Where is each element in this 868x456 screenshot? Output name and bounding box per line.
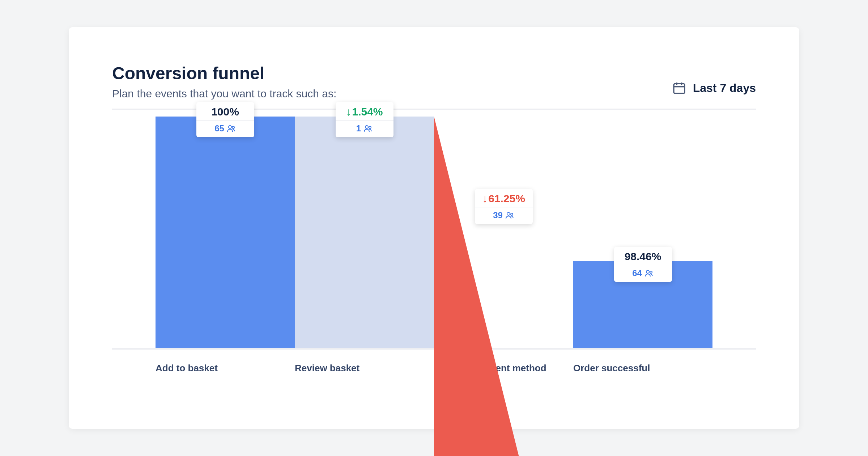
stage-users-count: 1	[356, 123, 361, 134]
stage-pct: 98.46%	[614, 247, 672, 265]
stage-users-count: 64	[632, 268, 642, 278]
stage-tooltip: 98.46%64	[614, 247, 672, 282]
stage-tooltip: ↓61.25%39	[475, 189, 533, 224]
arrow-down-icon: ↓	[346, 106, 351, 118]
arrow-down-icon: ↓	[482, 193, 488, 205]
titles: Conversion funnel Plan the events that y…	[112, 63, 336, 100]
stage-label: Add to basket	[156, 363, 295, 374]
stage-users-count: 39	[493, 210, 503, 220]
funnel-stage: ↓1.54%1	[295, 117, 434, 348]
stage-tooltip: ↓1.54%1	[336, 102, 393, 137]
users-icon	[227, 125, 236, 132]
stage-tooltip: 100%65	[196, 102, 254, 137]
svg-point-6	[365, 126, 368, 128]
stage-users-count: 65	[214, 123, 224, 134]
funnel-bar	[156, 117, 295, 348]
users-icon	[645, 270, 654, 277]
svg-marker-8	[434, 117, 573, 456]
svg-point-11	[646, 270, 649, 273]
stage-pct: ↓1.54%	[336, 102, 393, 120]
svg-point-5	[232, 126, 234, 128]
drop-slope	[434, 117, 573, 456]
svg-point-7	[369, 126, 371, 128]
calendar-icon	[672, 81, 686, 95]
svg-point-10	[511, 213, 513, 215]
funnel-chart: 100%65 ↓1.54%1 ↓61.25%39 98.46%64	[112, 117, 756, 348]
date-range-picker[interactable]: Last 7 days	[672, 81, 756, 95]
funnel-stage: 100%65	[156, 117, 295, 348]
users-icon	[506, 212, 514, 219]
funnel-stage: 98.46%64	[573, 117, 712, 348]
stage-users-row: 65	[196, 121, 254, 137]
svg-point-4	[229, 126, 231, 128]
stage-label: Order successful	[573, 363, 712, 374]
svg-rect-0	[674, 84, 685, 93]
funnel-bar	[295, 117, 434, 348]
stage-users-row: 1	[336, 121, 393, 137]
card-header: Conversion funnel Plan the events that y…	[112, 63, 756, 100]
svg-point-9	[507, 212, 510, 215]
conversion-funnel-card: Conversion funnel Plan the events that y…	[69, 27, 799, 429]
stage-pct-value: 100%	[211, 106, 239, 118]
stage-pct: 100%	[196, 102, 254, 120]
stage-label: Review basket	[295, 363, 434, 374]
svg-point-12	[650, 271, 652, 273]
stage-users-row: 64	[614, 265, 672, 282]
stage-pct: ↓61.25%	[475, 189, 533, 207]
card-title: Conversion funnel	[112, 63, 336, 83]
funnel-stage: ↓61.25%39	[434, 117, 573, 348]
date-range-label: Last 7 days	[693, 81, 756, 95]
users-icon	[364, 125, 373, 132]
stage-pct-value: 1.54%	[352, 106, 383, 118]
card-subtitle: Plan the events that you want to track s…	[112, 88, 336, 100]
stage-pct-value: 98.46%	[625, 250, 661, 262]
stage-users-row: 39	[475, 207, 533, 224]
stage-pct-value: 61.25%	[488, 193, 525, 204]
